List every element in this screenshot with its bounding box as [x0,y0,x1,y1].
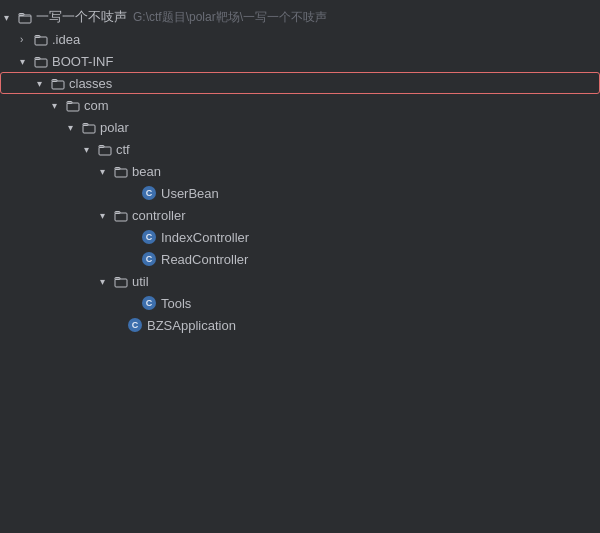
bzsapplication-item[interactable]: C BZSApplication [0,314,600,336]
boot-inf-folder-icon [34,53,48,69]
ctf-folder-icon [98,141,112,157]
bean-item[interactable]: bean [0,160,600,182]
util-label: util [132,274,149,289]
com-arrow [52,100,66,111]
root-item[interactable]: 一写一个不吱声 G:\ctf题目\polar靶场\一写一个不吱声 [0,6,600,28]
svg-rect-12 [99,147,111,155]
svg-rect-2 [35,37,47,45]
com-folder-icon [66,97,80,113]
com-label: com [84,98,109,113]
bzsapplication-class-icon: C [128,318,142,332]
idea-arrow [20,34,34,45]
file-tree: 一写一个不吱声 G:\ctf题目\polar靶场\一写一个不吱声 .idea B… [0,0,600,342]
svg-rect-4 [35,59,47,67]
idea-label: .idea [52,32,80,47]
util-item[interactable]: util [0,270,600,292]
svg-rect-18 [115,279,127,287]
tools-item[interactable]: C Tools [0,292,600,314]
polar-item[interactable]: polar [0,116,600,138]
svg-rect-8 [67,103,79,111]
com-item[interactable]: com [0,94,600,116]
userbean-class-icon: C [142,186,156,200]
userbean-item[interactable]: C UserBean [0,182,600,204]
controller-folder-icon [114,207,128,223]
classes-label: classes [69,76,112,91]
bean-folder-icon [114,163,128,179]
polar-folder-icon [82,119,96,135]
tools-label: Tools [161,296,191,311]
tools-class-icon: C [142,296,156,310]
controller-arrow [100,210,114,221]
bean-label: bean [132,164,161,179]
ctf-label: ctf [116,142,130,157]
svg-rect-6 [52,81,64,89]
controller-label: controller [132,208,185,223]
userbean-label: UserBean [161,186,219,201]
bean-arrow [100,166,114,177]
indexcontroller-class-icon: C [142,230,156,244]
util-arrow [100,276,114,287]
polar-label: polar [100,120,129,135]
svg-rect-16 [115,213,127,221]
util-folder-icon [114,273,128,289]
readcontroller-item[interactable]: C ReadController [0,248,600,270]
classes-folder-icon [51,75,65,91]
controller-item[interactable]: controller [0,204,600,226]
svg-rect-0 [19,15,31,23]
idea-folder-icon [34,31,48,47]
classes-arrow [37,78,51,89]
ctf-item[interactable]: ctf [0,138,600,160]
readcontroller-label: ReadController [161,252,248,267]
boot-inf-label: BOOT-INF [52,54,113,69]
classes-item[interactable]: classes [0,72,600,94]
root-folder-icon [18,9,32,25]
indexcontroller-item[interactable]: C IndexController [0,226,600,248]
ctf-arrow [84,144,98,155]
svg-rect-14 [115,169,127,177]
root-path: G:\ctf题目\polar靶场\一写一个不吱声 [133,9,327,26]
indexcontroller-label: IndexController [161,230,249,245]
root-arrow [4,12,18,23]
idea-item[interactable]: .idea [0,28,600,50]
readcontroller-class-icon: C [142,252,156,266]
boot-inf-item[interactable]: BOOT-INF [0,50,600,72]
svg-rect-10 [83,125,95,133]
root-label: 一写一个不吱声 [36,8,127,26]
polar-arrow [68,122,82,133]
bzsapplication-label: BZSApplication [147,318,236,333]
boot-inf-arrow [20,56,34,67]
